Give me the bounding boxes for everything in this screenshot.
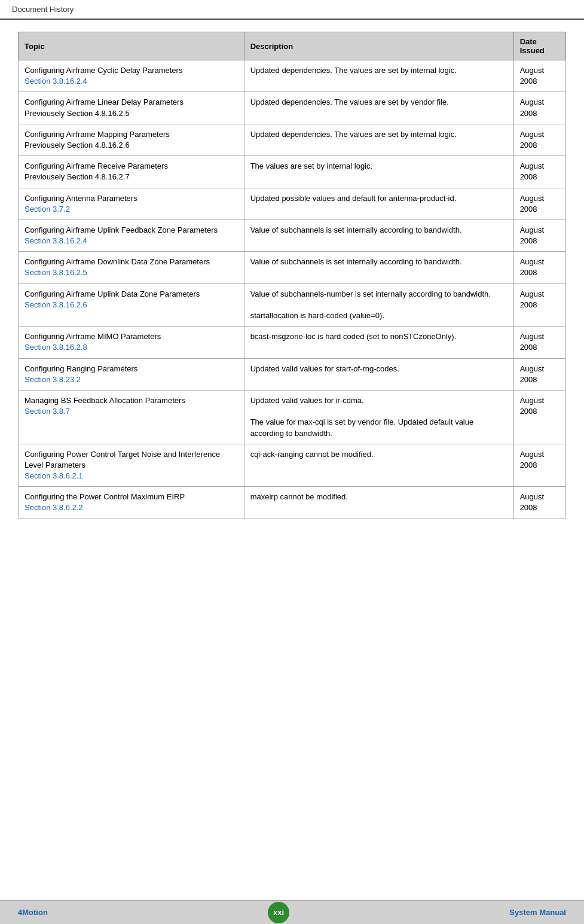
table-row: Configuring Airframe Linear Delay Parame… bbox=[19, 92, 566, 124]
table-row: Configuring Airframe Uplink Feedback Zon… bbox=[19, 219, 566, 251]
description-text: Value of subchannels-number is set inter… bbox=[250, 289, 491, 298]
topic-cell: Configuring Power Control Target Noise a… bbox=[19, 444, 244, 487]
topic-cell: Configuring Airframe Linear Delay Parame… bbox=[19, 92, 244, 124]
description-cell: bcast-msgzone-loc is hard coded (set to … bbox=[244, 327, 513, 358]
topic-link[interactable]: Section 3.8.6.2.2 bbox=[25, 503, 83, 512]
table-row: Configuring Ranging ParametersSection 3.… bbox=[19, 358, 566, 390]
description-cell: maxeirp cannot be modified. bbox=[244, 487, 513, 519]
topic-link[interactable]: Section 3.8.16.2.4 bbox=[25, 236, 87, 245]
page-header: Document History bbox=[0, 0, 584, 20]
description-text: Updated dependencies. The values are set… bbox=[250, 66, 457, 75]
table-row: Configuring Airframe Downlink Data Zone … bbox=[19, 252, 566, 283]
document-history-table: Topic Description Date Issued Configurin… bbox=[18, 32, 566, 519]
topic-main-text: Configuring Airframe Uplink Feedback Zon… bbox=[25, 225, 218, 234]
description-cell: Value of subchannels-number is set inter… bbox=[244, 283, 513, 327]
description-text: The value for max-cqi is set by vendor f… bbox=[250, 417, 474, 437]
main-content: Topic Description Date Issued Configurin… bbox=[0, 20, 584, 567]
col-header-date: Date Issued bbox=[513, 32, 565, 60]
footer-left-text: 4Motion bbox=[18, 908, 48, 917]
topic-link[interactable]: Section 3.8.16.2.5 bbox=[25, 268, 87, 277]
topic-main-text: Configuring Airframe Cyclic Delay Parame… bbox=[25, 66, 182, 75]
table-row: Configuring Airframe Uplink Data Zone Pa… bbox=[19, 283, 566, 327]
topic-cell: Configuring Airframe Uplink Feedback Zon… bbox=[19, 219, 244, 251]
topic-prev-text: Previousely Section 4.8.16.2.5 bbox=[25, 109, 130, 118]
table-row: Managing BS Feedback Allocation Paramete… bbox=[19, 390, 566, 444]
description-cell: cqi-ack-ranging cannot be modified. bbox=[244, 444, 513, 487]
table-row: Configuring Airframe Mapping ParametersP… bbox=[19, 124, 566, 155]
topic-cell: Configuring Airframe Downlink Data Zone … bbox=[19, 252, 244, 283]
description-text: bcast-msgzone-loc is hard coded (set to … bbox=[250, 332, 457, 341]
description-cell: Updated dependencies. The values are set… bbox=[244, 124, 513, 155]
topic-main-text: Configuring Power Control Target Noise a… bbox=[25, 450, 220, 469]
date-cell: August 2008 bbox=[513, 390, 565, 444]
topic-cell: Managing BS Feedback Allocation Paramete… bbox=[19, 390, 244, 444]
date-cell: August 2008 bbox=[513, 283, 565, 327]
description-cell: Updated possible values and default for … bbox=[244, 188, 513, 219]
topic-link[interactable]: Section 3.8.16.2.8 bbox=[25, 343, 87, 352]
date-cell: August 2008 bbox=[513, 327, 565, 358]
topic-cell: Configuring Ranging ParametersSection 3.… bbox=[19, 358, 244, 390]
description-cell: Value of subchannels is set internally a… bbox=[244, 252, 513, 283]
topic-cell: Configuring Airframe Mapping ParametersP… bbox=[19, 124, 244, 155]
footer-right-text: System Manual bbox=[509, 908, 566, 917]
topic-prev-text: Previousely Section 4.8.16.2.6 bbox=[25, 141, 130, 150]
header-title: Document History bbox=[12, 5, 74, 14]
description-text: Value of subchannels is set internally a… bbox=[250, 257, 462, 266]
description-text: Updated dependencies. The values are set… bbox=[250, 130, 457, 139]
table-row: Configuring Airframe Receive ParametersP… bbox=[19, 156, 566, 188]
description-text: cqi-ack-ranging cannot be modified. bbox=[250, 450, 374, 459]
topic-main-text: Configuring Airframe Mapping Parameters bbox=[25, 130, 170, 139]
topic-cell: Configuring Airframe Cyclic Delay Parame… bbox=[19, 60, 244, 92]
topic-main-text: Configuring Ranging Parameters bbox=[25, 364, 137, 373]
page-footer: 4Motion xxi System Manual bbox=[0, 900, 584, 924]
topic-main-text: Configuring Antenna Parameters bbox=[25, 194, 137, 203]
date-cell: August 2008 bbox=[513, 487, 565, 519]
topic-main-text: Configuring Airframe Receive Parameters bbox=[25, 161, 168, 170]
date-cell: August 2008 bbox=[513, 444, 565, 487]
description-text: Updated valid values for ir-cdma. bbox=[250, 396, 364, 405]
description-text: The values are set by internal logic. bbox=[250, 161, 373, 170]
date-cell: August 2008 bbox=[513, 358, 565, 390]
col-header-description: Description bbox=[244, 32, 513, 60]
date-cell: August 2008 bbox=[513, 219, 565, 251]
col-header-topic: Topic bbox=[19, 32, 244, 60]
description-cell: Updated dependencies. The values are set… bbox=[244, 92, 513, 124]
topic-link[interactable]: Section 3.8.6.2.1 bbox=[25, 471, 83, 480]
topic-cell: Configuring Airframe Receive ParametersP… bbox=[19, 156, 244, 188]
description-text: maxeirp cannot be modified. bbox=[250, 492, 348, 501]
description-text: Updated possible values and default for … bbox=[250, 194, 457, 203]
description-cell: Updated valid values for start-of-rng-co… bbox=[244, 358, 513, 390]
date-cell: August 2008 bbox=[513, 124, 565, 155]
topic-main-text: Configuring the Power Control Maximum EI… bbox=[25, 492, 185, 501]
table-row: Configuring Antenna ParametersSection 3.… bbox=[19, 188, 566, 219]
table-row: Configuring the Power Control Maximum EI… bbox=[19, 487, 566, 519]
description-cell: Updated valid values for ir-cdma.The val… bbox=[244, 390, 513, 444]
description-text: startallocation is hard-coded (value=0). bbox=[250, 311, 384, 320]
description-text: Updated valid values for start-of-rng-co… bbox=[250, 364, 399, 373]
table-row: Configuring Airframe Cyclic Delay Parame… bbox=[19, 60, 566, 92]
topic-link[interactable]: Section 3.8.16.2.6 bbox=[25, 300, 87, 309]
topic-link[interactable]: Section 3.8.16.2.4 bbox=[25, 77, 87, 86]
topic-cell: Configuring Airframe MIMO ParametersSect… bbox=[19, 327, 244, 358]
topic-main-text: Configuring Airframe MIMO Parameters bbox=[25, 332, 161, 341]
date-cell: August 2008 bbox=[513, 92, 565, 124]
description-cell: The values are set by internal logic. bbox=[244, 156, 513, 188]
topic-link[interactable]: Section 3.8.23.2 bbox=[25, 375, 81, 384]
topic-link[interactable]: Section 3.8.7 bbox=[25, 407, 70, 416]
description-text: Value of subchannels is set internally a… bbox=[250, 225, 462, 234]
date-cell: August 2008 bbox=[513, 188, 565, 219]
table-row: Configuring Power Control Target Noise a… bbox=[19, 444, 566, 487]
topic-main-text: Configuring Airframe Linear Delay Parame… bbox=[25, 97, 184, 106]
topic-main-text: Managing BS Feedback Allocation Paramete… bbox=[25, 396, 185, 405]
footer-page-number: xxi bbox=[268, 902, 289, 923]
topic-cell: Configuring Antenna ParametersSection 3.… bbox=[19, 188, 244, 219]
topic-prev-text: Previousely Section 4.8.16.2.7 bbox=[25, 172, 130, 181]
date-cell: August 2008 bbox=[513, 60, 565, 92]
description-text: Updated dependencies. The values are set… bbox=[250, 97, 449, 106]
topic-main-text: Configuring Airframe Uplink Data Zone Pa… bbox=[25, 289, 200, 298]
topic-link[interactable]: Section 3.7.2 bbox=[25, 205, 70, 214]
date-cell: August 2008 bbox=[513, 156, 565, 188]
description-cell: Updated dependencies. The values are set… bbox=[244, 60, 513, 92]
topic-main-text: Configuring Airframe Downlink Data Zone … bbox=[25, 257, 210, 266]
description-cell: Value of subchannels is set internally a… bbox=[244, 219, 513, 251]
